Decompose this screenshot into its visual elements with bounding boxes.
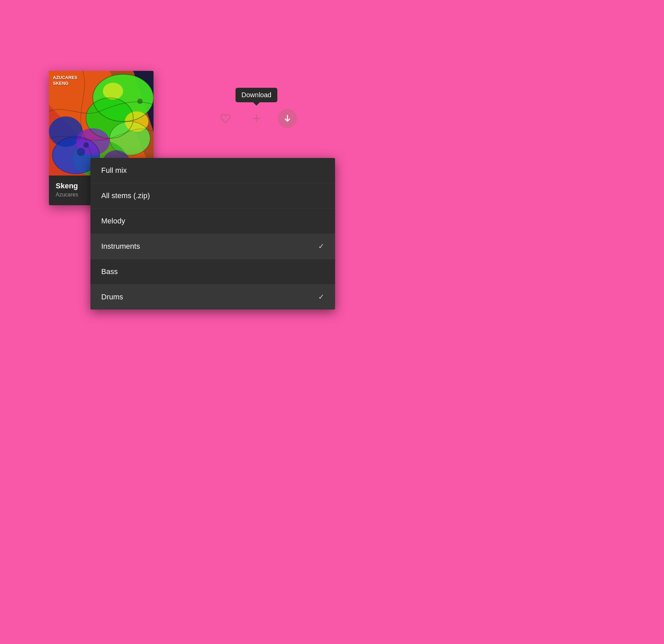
icon-buttons-row [216,109,297,128]
menu-item-label-all-stems: All stems (.zip) [101,192,150,200]
menu-item-drums[interactable]: Drums✓ [90,284,335,309]
download-button[interactable] [278,109,297,128]
svg-point-19 [71,135,78,142]
album-label: AZUCARES SKENG [53,75,77,86]
menu-item-label-instruments: Instruments [101,242,140,251]
menu-item-full-mix[interactable]: Full mix [90,158,335,183]
actions-area: Download [216,88,297,128]
menu-item-all-stems[interactable]: All stems (.zip) [90,183,335,208]
download-tooltip: Download [235,88,278,102]
menu-item-check-drums: ✓ [318,293,324,301]
download-icon [282,113,293,124]
plus-icon [251,113,262,124]
add-button[interactable] [247,109,266,128]
menu-item-label-bass: Bass [101,267,118,276]
svg-point-20 [137,99,143,104]
menu-item-bass[interactable]: Bass [90,259,335,284]
svg-point-17 [77,148,85,156]
download-dropdown: Full mixAll stems (.zip)MelodyInstrument… [90,158,335,309]
svg-point-12 [103,83,123,100]
menu-item-label-drums: Drums [101,293,123,301]
heart-icon [220,113,231,124]
menu-item-label-full-mix: Full mix [101,166,127,175]
menu-item-instruments[interactable]: Instruments✓ [90,234,335,259]
menu-item-check-instruments: ✓ [318,242,324,251]
like-button[interactable] [216,109,235,128]
menu-item-melody[interactable]: Melody [90,208,335,234]
menu-item-label-melody: Melody [101,217,125,225]
